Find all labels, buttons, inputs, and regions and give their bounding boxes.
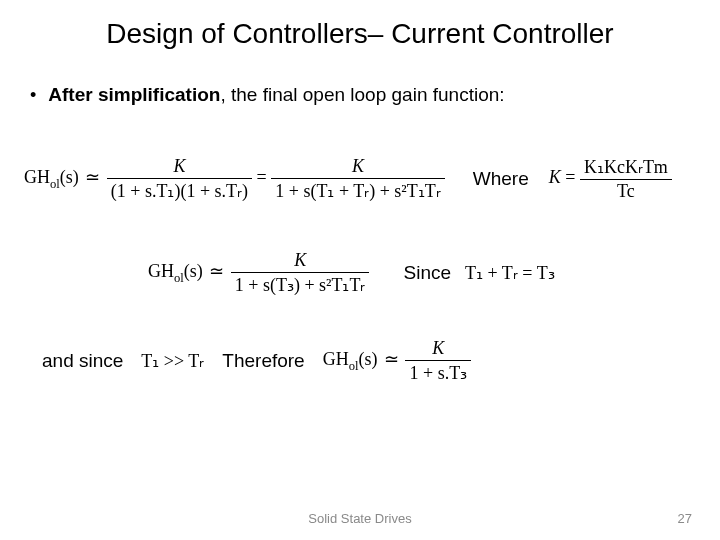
slide-title: Design of Controllers– Current Controlle… (0, 18, 720, 50)
k-definition: K = K₁KcKᵣTm Tc (549, 156, 672, 202)
since-label: Since (403, 262, 451, 284)
where-label: Where (473, 168, 529, 190)
ghol-eq2: GHol(s) ≃ K 1 + s(T₃) + s²T₁Tᵣ (148, 250, 369, 296)
therefore-label: Therefore (222, 350, 304, 372)
bullet-text: After simplification, the final open loo… (48, 84, 504, 106)
equation-row-3: and since T₁ >> Tᵣ Therefore GHol(s) ≃ K… (42, 338, 471, 384)
t1-gg-tr: T₁ >> Tᵣ (141, 350, 204, 372)
bullet-dot-icon: • (30, 86, 36, 104)
equation-row-2: GHol(s) ≃ K 1 + s(T₃) + s²T₁Tᵣ Since T₁ … (148, 250, 555, 296)
footer-text: Solid State Drives (0, 511, 720, 526)
page-number: 27 (678, 511, 692, 526)
ghol-eq1: GHol(s) ≃ K (1 + s.T₁)(1 + s.Tᵣ) = K 1 +… (24, 156, 445, 202)
ghol-eq3: GHol(s) ≃ K 1 + s.T₃ (323, 338, 471, 384)
and-since-label: and since (42, 350, 123, 372)
bullet-item: • After simplification, the final open l… (30, 84, 505, 106)
equation-row-1: GHol(s) ≃ K (1 + s.T₁)(1 + s.Tᵣ) = K 1 +… (24, 156, 672, 202)
t3-definition: T₁ + Tᵣ = T₃ (465, 262, 555, 284)
